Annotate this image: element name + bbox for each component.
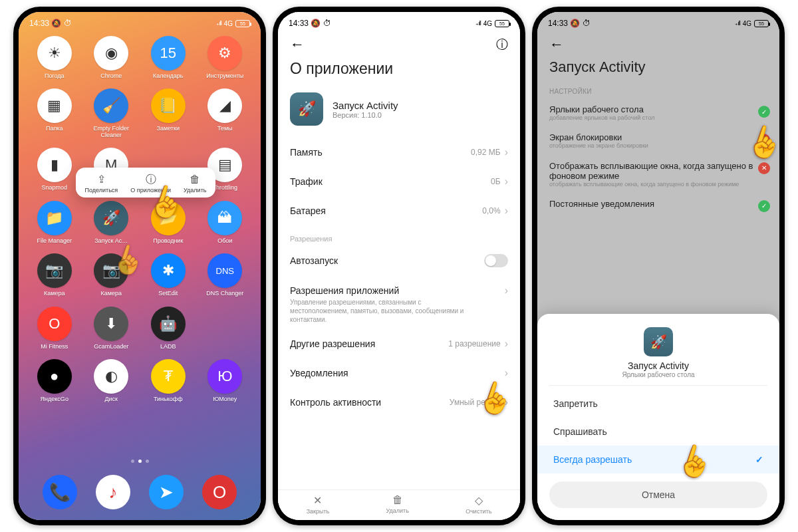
app-snapmod[interactable]: ▮Snapmod xyxy=(28,148,81,191)
info-icon[interactable] xyxy=(496,37,508,53)
statusbar: 14:33 🔕 ⏱ ₊ıll 4G 55 xyxy=(19,12,261,31)
app-яндексgo[interactable]: ●ЯндексGo xyxy=(28,359,81,402)
btn-close[interactable]: ✕Закрыть xyxy=(307,494,330,515)
app-name: Запуск Activity xyxy=(332,100,398,111)
app-проводник[interactable]: 📂Проводник xyxy=(142,201,195,244)
app-mi-fitness[interactable]: OMi Fitness xyxy=(28,307,81,350)
app-погода[interactable]: ☀Погода xyxy=(28,36,81,79)
status-denied-icon: ✕ xyxy=(758,134,770,146)
perm-row[interactable]: Отображать всплывающие окна, когда запущ… xyxy=(537,156,779,194)
app-камера[interactable]: 📷Камера xyxy=(28,253,81,297)
row-activity-control[interactable]: Контроль активностиУмный режим xyxy=(278,388,520,417)
statusbar: 14:33 🔕 ⏱ ₊ıll 4G 55 xyxy=(278,12,520,31)
btn-clear[interactable]: ◇Очистить xyxy=(466,494,491,515)
popup-remove[interactable]: 🗑Удалить xyxy=(184,174,206,194)
phone-home: 14:33 🔕 ⏱ ₊ıll 4G 55 ☀Погода◉Chrome15Кал… xyxy=(13,7,266,525)
page-title: Запуск Activity xyxy=(537,57,779,84)
app-темы[interactable]: ◢Темы xyxy=(199,88,252,138)
app-обои[interactable]: 🏔Обои xyxy=(199,201,252,244)
dock-app[interactable]: ➤ xyxy=(149,475,184,509)
app-запуск-ac-[interactable]: 🚀Запуск Ac… xyxy=(85,201,138,244)
option-ask[interactable]: Спрашивать xyxy=(537,418,779,446)
cancel-button[interactable]: Отмена xyxy=(549,481,767,508)
back-icon[interactable] xyxy=(290,36,305,53)
dock-app[interactable]: ♪ xyxy=(96,475,130,509)
app-blank xyxy=(199,307,252,350)
app-инструменты[interactable]: ⚙Инструменты xyxy=(199,36,252,79)
perm-row[interactable]: Ярлыки рабочего столадобавление ярлыков … xyxy=(537,99,779,127)
autostart-toggle[interactable] xyxy=(484,254,508,267)
status-denied-icon: ✕ xyxy=(758,162,770,174)
app-header: 🚀 Запуск Activity Версия: 1.10.0 xyxy=(278,87,520,138)
sheet-sub: Ярлыки рабочего стола xyxy=(537,371,779,378)
row-battery[interactable]: Батарея0,0% xyxy=(278,196,520,225)
app-icon: 🚀 xyxy=(290,92,323,126)
row-memory[interactable]: Память0,92 МБ xyxy=(278,138,520,167)
phone-permission: 14:33 🔕 ⏱ ₊ıll 4G 55 Запуск Activity НАС… xyxy=(532,7,785,525)
dock-app[interactable]: O xyxy=(202,475,237,509)
dock-app[interactable]: 📞 xyxy=(43,475,77,509)
section-label: НАСТРОЙКИ xyxy=(537,84,779,99)
app-version: Версия: 1.10.0 xyxy=(332,111,398,119)
bottom-toolbar: ✕Закрыть 🗑Удалить ◇Очистить xyxy=(278,489,520,520)
permission-sheet: 🚀 Запуск Activity Ярлыки рабочего стола … xyxy=(537,314,779,520)
app-камера[interactable]: 📷Камера xyxy=(85,253,138,297)
page-title: О приложении xyxy=(278,56,520,87)
home-app-grid: ☀Погода◉Chrome15Календарь⚙Инструменты▦Па… xyxy=(19,12,261,403)
perm-row[interactable]: Экран блокировкиотображение на экране бл… xyxy=(537,127,779,155)
app-диск[interactable]: ◐Диск xyxy=(85,359,138,402)
dock: 📞♪➤O xyxy=(19,475,261,509)
app-заметки[interactable]: 📒Заметки xyxy=(142,88,195,138)
app-empty-folder-cleaner[interactable]: 🧹Empty Folder Cleaner xyxy=(85,88,138,138)
app-тинькофф[interactable]: ₮Тинькофф xyxy=(142,359,195,402)
section-permissions: Разрешения xyxy=(278,225,520,245)
option-allow[interactable]: Всегда разрешать xyxy=(537,446,779,473)
option-deny[interactable]: Запретить xyxy=(537,390,779,418)
row-notifications[interactable]: Уведомления xyxy=(278,358,520,388)
app-dns-changer[interactable]: DNSDNS Changer xyxy=(199,253,252,297)
row-app-permissions[interactable]: Разрешения приложений xyxy=(278,276,520,298)
row-autostart[interactable]: Автозапуск xyxy=(278,245,520,276)
page-dots xyxy=(19,460,261,463)
btn-delete[interactable]: 🗑Удалить xyxy=(386,494,409,515)
app-setedit[interactable]: ✱SetEdit xyxy=(142,253,195,297)
status-allowed-icon: ✓ xyxy=(758,200,770,212)
back-icon[interactable] xyxy=(549,40,564,51)
popup-share[interactable]: ⇪Поделиться xyxy=(85,174,118,194)
phone-app-info: 14:33 🔕 ⏱ ₊ıll 4G 55 О приложении 🚀 Запу… xyxy=(273,7,525,525)
app-календарь[interactable]: 15Календарь xyxy=(142,36,195,79)
app-папка[interactable]: ▦Папка xyxy=(28,88,81,138)
app-file-manager[interactable]: 📁File Manager xyxy=(28,201,81,244)
sheet-title: Запуск Activity xyxy=(537,360,779,371)
app-ladb[interactable]: 🤖LADB xyxy=(142,307,195,350)
app-context-popup: ⇪Поделиться ⓘО приложении 🗑Удалить xyxy=(76,168,215,198)
perm-row[interactable]: Постоянные уведомления✓ xyxy=(537,194,779,214)
app-gcamloader[interactable]: ⬇GcamLoader xyxy=(85,307,138,350)
popup-about[interactable]: ⓘО приложении xyxy=(130,174,171,194)
statusbar: 14:33 🔕 ⏱ ₊ıll 4G 55 xyxy=(537,12,779,31)
app-chrome[interactable]: ◉Chrome xyxy=(85,36,138,79)
sheet-app-icon: 🚀 xyxy=(644,327,673,356)
app-юmoney[interactable]: ЮЮMoney xyxy=(199,359,252,402)
row-traffic[interactable]: Трафик0Б xyxy=(278,167,520,196)
status-allowed-icon: ✓ xyxy=(758,106,770,118)
row-other-permissions[interactable]: Другие разрешения1 разрешение xyxy=(278,329,520,358)
